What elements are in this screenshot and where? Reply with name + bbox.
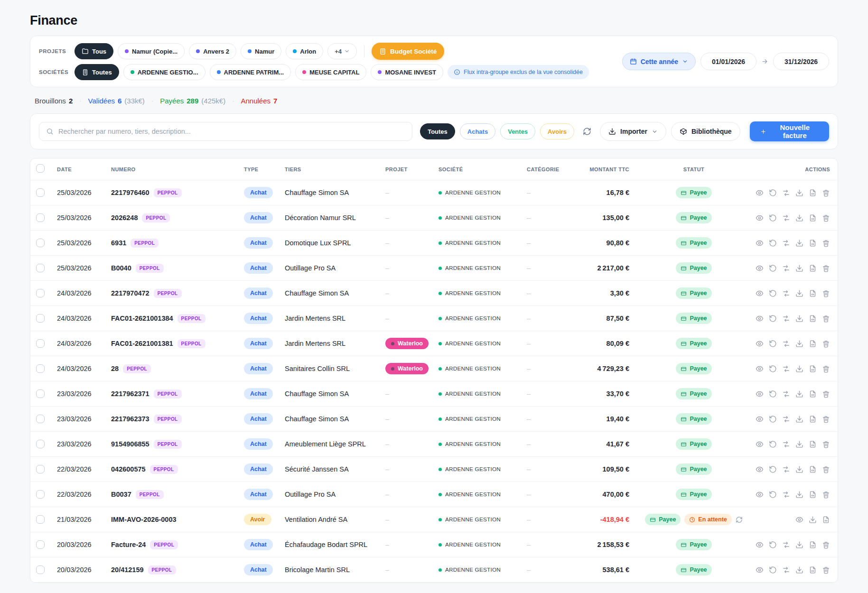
view-icon[interactable] xyxy=(756,465,764,473)
trash-icon[interactable] xyxy=(822,541,830,549)
download-icon[interactable] xyxy=(809,516,817,524)
history-icon[interactable] xyxy=(769,390,777,398)
history-icon[interactable] xyxy=(769,465,777,473)
file-icon[interactable] xyxy=(809,264,817,272)
history-icon[interactable] xyxy=(769,315,777,323)
view-icon[interactable] xyxy=(756,289,764,297)
tab-brouillons[interactable]: Brouillons2 xyxy=(35,97,73,105)
trash-icon[interactable] xyxy=(822,491,830,499)
view-icon[interactable] xyxy=(756,415,764,423)
projects-more-pill[interactable]: +4 xyxy=(327,43,357,59)
file-icon[interactable] xyxy=(809,189,817,197)
budget-societe-button[interactable]: Budget Société xyxy=(372,43,444,60)
download-icon[interactable] xyxy=(795,214,803,222)
view-icon[interactable] xyxy=(756,264,764,272)
view-icon[interactable] xyxy=(756,541,764,549)
file-icon[interactable] xyxy=(822,516,830,524)
file-icon[interactable] xyxy=(809,365,817,373)
row-checkbox[interactable] xyxy=(36,465,45,473)
row-checkbox[interactable] xyxy=(36,540,45,549)
transfer-icon[interactable] xyxy=(782,440,790,448)
new-invoice-button[interactable]: Nouvelle facture xyxy=(750,121,829,141)
view-icon[interactable] xyxy=(756,566,764,574)
trash-icon[interactable] xyxy=(822,289,830,297)
history-icon[interactable] xyxy=(769,264,777,272)
file-icon[interactable] xyxy=(809,390,817,398)
transfer-icon[interactable] xyxy=(782,214,790,222)
download-icon[interactable] xyxy=(795,440,803,448)
company-pill[interactable]: ARDENNE PATRIM... xyxy=(210,64,291,80)
history-icon[interactable] xyxy=(769,214,777,222)
search-input[interactable] xyxy=(58,128,405,135)
view-icon[interactable] xyxy=(795,516,803,524)
view-icon[interactable] xyxy=(756,390,764,398)
select-all-checkbox[interactable] xyxy=(36,164,45,173)
download-icon[interactable] xyxy=(795,315,803,323)
transfer-icon[interactable] xyxy=(782,390,790,398)
trash-icon[interactable] xyxy=(822,440,830,448)
import-button[interactable]: Importer xyxy=(600,122,666,141)
sync-icon[interactable] xyxy=(736,516,743,523)
file-icon[interactable] xyxy=(809,340,817,348)
row-checkbox[interactable] xyxy=(36,339,45,348)
history-icon[interactable] xyxy=(769,289,777,297)
file-icon[interactable] xyxy=(809,465,817,473)
view-icon[interactable] xyxy=(756,365,764,373)
tab-validees[interactable]: Validées6(33k€) xyxy=(88,97,145,105)
row-checkbox[interactable] xyxy=(36,415,45,423)
download-icon[interactable] xyxy=(795,365,803,373)
download-icon[interactable] xyxy=(795,340,803,348)
transfer-icon[interactable] xyxy=(782,541,790,549)
file-icon[interactable] xyxy=(809,491,817,499)
transfer-icon[interactable] xyxy=(782,289,790,297)
view-icon[interactable] xyxy=(756,214,764,222)
project-pill[interactable]: Arlon xyxy=(286,43,323,59)
trash-icon[interactable] xyxy=(822,214,830,222)
history-icon[interactable] xyxy=(769,340,777,348)
download-icon[interactable] xyxy=(795,566,803,574)
history-icon[interactable] xyxy=(769,491,777,499)
row-checkbox[interactable] xyxy=(36,389,45,398)
transfer-icon[interactable] xyxy=(782,566,790,574)
history-icon[interactable] xyxy=(769,440,777,448)
trash-icon[interactable] xyxy=(822,189,830,197)
view-icon[interactable] xyxy=(756,491,764,499)
transfer-icon[interactable] xyxy=(782,491,790,499)
trash-icon[interactable] xyxy=(822,390,830,398)
row-checkbox[interactable] xyxy=(36,364,45,373)
trash-icon[interactable] xyxy=(822,340,830,348)
transfer-icon[interactable] xyxy=(782,365,790,373)
start-date-field[interactable]: 01/01/2026 xyxy=(700,53,756,70)
history-icon[interactable] xyxy=(769,415,777,423)
row-checkbox[interactable] xyxy=(36,314,45,323)
download-icon[interactable] xyxy=(795,491,803,499)
end-date-field[interactable]: 31/12/2026 xyxy=(773,53,829,70)
file-icon[interactable] xyxy=(809,315,817,323)
company-pill[interactable]: MOSANE INVEST xyxy=(371,64,443,80)
row-checkbox[interactable] xyxy=(36,239,45,247)
download-icon[interactable] xyxy=(795,239,803,247)
trash-icon[interactable] xyxy=(822,566,830,574)
companies-all-pill[interactable]: Toutes xyxy=(75,64,119,80)
history-icon[interactable] xyxy=(769,365,777,373)
project-pill[interactable]: Anvers 2 xyxy=(189,43,236,59)
file-icon[interactable] xyxy=(809,239,817,247)
company-pill[interactable]: MEUSE CAPITAL xyxy=(295,64,366,80)
row-checkbox[interactable] xyxy=(36,289,45,297)
view-icon[interactable] xyxy=(756,340,764,348)
download-icon[interactable] xyxy=(795,390,803,398)
transfer-icon[interactable] xyxy=(782,415,790,423)
row-checkbox[interactable] xyxy=(36,188,45,197)
filter-avoirs-button[interactable]: Avoirs xyxy=(540,123,574,139)
transfer-icon[interactable] xyxy=(782,264,790,272)
view-icon[interactable] xyxy=(756,440,764,448)
row-checkbox[interactable] xyxy=(36,264,45,272)
row-checkbox[interactable] xyxy=(36,440,45,448)
transfer-icon[interactable] xyxy=(782,340,790,348)
tab-payees[interactable]: Payées289(425k€) xyxy=(160,97,225,105)
view-icon[interactable] xyxy=(756,239,764,247)
trash-icon[interactable] xyxy=(822,315,830,323)
library-button[interactable]: Bibliothèque xyxy=(671,122,740,141)
download-icon[interactable] xyxy=(795,465,803,473)
trash-icon[interactable] xyxy=(822,365,830,373)
